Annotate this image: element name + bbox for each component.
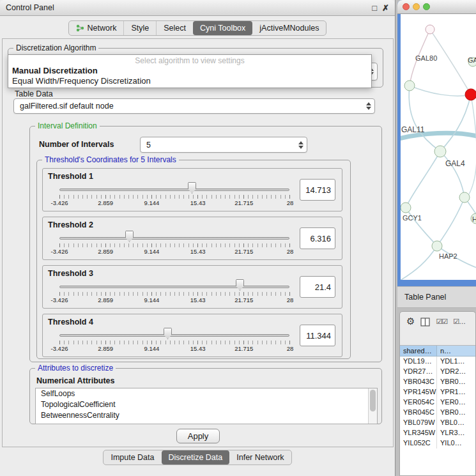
cell: YBR045C <box>400 408 437 418</box>
float-window-icon[interactable]: □ <box>372 3 377 13</box>
list-item[interactable]: TopologicalCoefficient <box>36 399 377 410</box>
network-canvas[interactable]: GAL80 GA GAL11 GAL4 GCY1 H HAP2 <box>401 14 476 280</box>
tab-infer-network[interactable]: Infer Network <box>229 450 291 464</box>
column-header-shared-name[interactable]: shared… <box>400 346 437 356</box>
network-node[interactable] <box>459 192 470 203</box>
algorithm-option-equal-width[interactable]: Equal Width/Frequency Discretization <box>8 75 371 86</box>
close-traffic-light-icon[interactable] <box>403 3 410 10</box>
threshold-1-slider-track[interactable] <box>59 188 289 191</box>
tab-impute-data-label: Impute Data <box>111 453 154 462</box>
attributes-group-title: Attributes to discretize <box>35 364 116 372</box>
minimize-traffic-light-icon[interactable] <box>413 3 420 10</box>
bottom-tabstrip: Impute Data Discretize Data Infer Networ… <box>103 450 291 465</box>
tab-cyni-toolbox-label: Cyni Toolbox <box>200 24 245 33</box>
table-row[interactable]: YBL079WYBL0… <box>400 418 475 428</box>
number-of-intervals-select[interactable]: 5 <box>140 137 307 153</box>
discretization-algorithm-group-title: Discretization Algorithm <box>13 43 98 52</box>
threshold-1-box: Threshold 1 -3.426 2.859 9.144 15.43 21.… <box>42 168 342 211</box>
threshold-4-value-field[interactable]: 11.344 <box>300 325 335 346</box>
threshold-2-label: Threshold 2 <box>48 220 93 229</box>
columns-icon[interactable] <box>420 318 430 326</box>
threshold-4-box: Threshold 4 -3.426 2.859 9.144 15.43 21.… <box>42 314 342 357</box>
tab-style-label: Style <box>131 24 149 33</box>
table-row[interactable]: YER054CYER0… <box>400 397 475 408</box>
cell: YDL19… <box>400 357 437 367</box>
tab-infer-network-label: Infer Network <box>236 453 284 462</box>
table-row[interactable]: YBR045CYBR0… <box>400 408 475 418</box>
threshold-4-label: Threshold 4 <box>48 318 93 326</box>
close-window-icon[interactable]: ✗ <box>382 3 389 13</box>
network-node[interactable] <box>404 81 415 91</box>
network-window-titlebar <box>397 0 476 14</box>
scale-label: 21.715 <box>234 345 253 352</box>
scale-label: 15.43 <box>190 296 206 303</box>
list-item[interactable]: SelfLoops <box>36 388 377 399</box>
table-row[interactable]: YIL052CYIL0… <box>400 438 475 449</box>
network-node[interactable] <box>401 203 411 213</box>
table-row[interactable]: YLR345WYLR3… <box>400 428 475 438</box>
network-view-window: GAL80 GA GAL11 GAL4 GCY1 H HAP2 <box>397 0 476 286</box>
select-columns-icon[interactable]: ☑… <box>453 316 465 327</box>
cell: YPR145W <box>400 387 437 397</box>
column-header-name[interactable]: n… <box>437 346 475 356</box>
threshold-1-value-field[interactable]: 14.713 <box>300 179 335 201</box>
cell: YBL0… <box>437 418 475 428</box>
cell: YER0… <box>437 397 475 408</box>
table-body: YDL19…YDL1… YDR27…YDR2… YBR043CYBR0… YPR… <box>400 357 475 476</box>
threshold-2-slider-thumb[interactable] <box>125 231 134 242</box>
network-node[interactable] <box>432 241 442 251</box>
threshold-2-value-field[interactable]: 6.316 <box>300 227 335 249</box>
scrollbar-thumb[interactable] <box>370 390 376 411</box>
select-all-columns-icon[interactable]: ☑☑ <box>436 316 447 327</box>
network-node[interactable] <box>426 25 434 34</box>
scale-label: 2.859 <box>98 199 113 206</box>
threshold-1-scale: -3.426 2.859 9.144 15.43 21.715 28 <box>59 199 290 207</box>
tab-network[interactable]: Network <box>69 21 124 35</box>
tab-impute-data[interactable]: Impute Data <box>104 450 161 464</box>
threshold-2-slider-track[interactable] <box>59 237 289 240</box>
node-label-ga: GA <box>468 56 476 64</box>
zoom-traffic-light-icon[interactable] <box>423 3 430 10</box>
algorithm-placeholder-option[interactable]: Select algorithm to view settings <box>8 55 371 65</box>
table-data-select[interactable]: galFiltered.sif default node <box>13 98 375 114</box>
threshold-3-slider-track[interactable] <box>59 286 289 288</box>
table-row[interactable]: YPR145WYPR1… <box>400 387 475 397</box>
stepper-icon <box>366 102 371 110</box>
tab-style[interactable]: Style <box>123 21 156 35</box>
threshold-4-slider-track[interactable] <box>59 334 289 337</box>
table-row[interactable]: YDR27…YDR2… <box>400 367 475 377</box>
attributes-scrollbar[interactable] <box>368 388 377 424</box>
network-node[interactable] <box>434 146 446 157</box>
node-label-gal80: GAL80 <box>415 54 437 62</box>
scale-label: 9.144 <box>144 199 160 206</box>
tab-discretize-data[interactable]: Discretize Data <box>162 450 230 464</box>
top-tabstrip: Network Style Select Cyni Toolbox jActiv… <box>68 20 327 36</box>
tab-jactivemnodules[interactable]: jActiveMNodules <box>252 21 326 35</box>
threshold-2-ticks <box>59 243 290 247</box>
threshold-3-label: Threshold 3 <box>48 269 93 278</box>
apply-button[interactable]: Apply <box>176 429 220 443</box>
node-label-gal11: GAL11 <box>401 125 424 134</box>
threshold-3-ticks <box>59 292 290 296</box>
tab-select[interactable]: Select <box>156 21 193 35</box>
threshold-4-slider-thumb[interactable] <box>164 328 172 339</box>
threshold-3-slider-thumb[interactable] <box>236 279 244 291</box>
scale-label: 15.43 <box>190 345 206 352</box>
table-row[interactable]: YDL19…YDL1… <box>400 357 475 367</box>
threshold-1-slider-thumb[interactable] <box>188 182 196 194</box>
tab-cyni-toolbox[interactable]: Cyni Toolbox <box>193 21 252 35</box>
algorithm-option-manual[interactable]: Manual Discretization <box>8 65 371 75</box>
network-node-selected[interactable] <box>465 89 476 100</box>
scale-label: 21.715 <box>234 199 253 206</box>
list-item[interactable]: BetweennessCentrality <box>36 410 377 421</box>
control-panel-window: Control Panel □ ✗ Network Style Select C… <box>0 0 395 476</box>
cell: YBR043C <box>400 377 437 387</box>
node-label-hap2: HAP2 <box>439 252 457 260</box>
table-panel-header: Table Panel <box>397 286 476 308</box>
table-row[interactable]: YBR043CYBR0… <box>400 377 475 387</box>
window-title: Control Panel <box>6 3 54 12</box>
threshold-3-value-field[interactable]: 21.4 <box>300 276 335 298</box>
scale-label: 21.715 <box>234 296 253 303</box>
gear-icon[interactable]: ⚙ <box>406 316 415 327</box>
cell: YDL1… <box>437 357 475 367</box>
